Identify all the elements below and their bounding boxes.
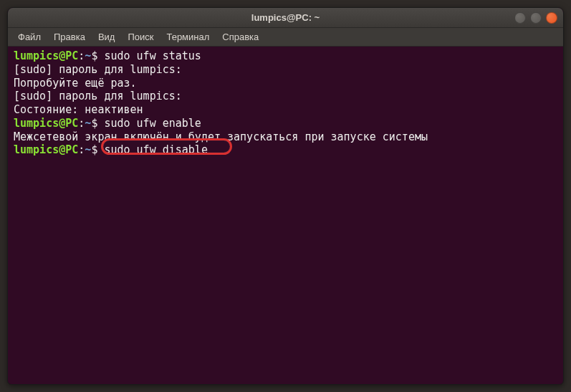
terminal-prompt-line: lumpics@PC:~$ sudo ufw disable bbox=[14, 143, 557, 157]
terminal-output-line: [sudo] пароль для lumpics: bbox=[14, 63, 557, 77]
terminal-output-line: Попробуйте ещё раз. bbox=[14, 77, 557, 90]
terminal-output-line: Состояние: неактивен bbox=[14, 103, 557, 117]
prompt-sep: : bbox=[78, 117, 85, 130]
terminal-body[interactable]: lumpics@PC:~$ sudo ufw status[sudo] паро… bbox=[8, 47, 563, 384]
prompt-sep: : bbox=[78, 49, 85, 62]
prompt-command: sudo ufw enable bbox=[104, 117, 201, 130]
prompt-dollar: $ bbox=[91, 117, 104, 130]
window-controls bbox=[514, 12, 557, 24]
prompt-userhost: lumpics@PC bbox=[14, 117, 78, 130]
menu-file[interactable]: Файл bbox=[12, 29, 47, 44]
terminal-output: lumpics@PC:~$ sudo ufw status[sudo] паро… bbox=[14, 49, 557, 157]
prompt-userhost: lumpics@PC bbox=[14, 49, 78, 62]
menu-view[interactable]: Вид bbox=[92, 29, 121, 44]
close-button[interactable] bbox=[546, 12, 557, 24]
menu-edit[interactable]: Правка bbox=[48, 29, 91, 44]
menu-search[interactable]: Поиск bbox=[122, 29, 159, 44]
prompt-dollar: $ bbox=[91, 49, 104, 62]
menubar: Файл Правка Вид Поиск Терминал Справка bbox=[8, 28, 563, 47]
terminal-prompt-line: lumpics@PC:~$ sudo ufw enable bbox=[14, 117, 557, 130]
terminal-window: lumpics@PC: ~ Файл Правка Вид Поиск Терм… bbox=[7, 7, 564, 385]
titlebar: lumpics@PC: ~ bbox=[8, 8, 563, 28]
menu-help[interactable]: Справка bbox=[216, 29, 264, 44]
prompt-sep: : bbox=[78, 143, 85, 156]
terminal-prompt-line: lumpics@PC:~$ sudo ufw status bbox=[14, 49, 557, 63]
maximize-button[interactable] bbox=[530, 12, 542, 24]
terminal-output-line: Межсетевой экран включён и будет запуска… bbox=[14, 130, 557, 144]
prompt-command: sudo ufw disable bbox=[104, 143, 208, 156]
window-title: lumpics@PC: ~ bbox=[251, 12, 320, 23]
terminal-output-line: [sudo] пароль для lumpics: bbox=[14, 90, 557, 103]
minimize-button[interactable] bbox=[514, 12, 526, 24]
menu-terminal[interactable]: Терминал bbox=[160, 29, 215, 44]
prompt-userhost: lumpics@PC bbox=[14, 143, 78, 156]
prompt-dollar: $ bbox=[91, 143, 104, 156]
prompt-command: sudo ufw status bbox=[104, 49, 201, 62]
